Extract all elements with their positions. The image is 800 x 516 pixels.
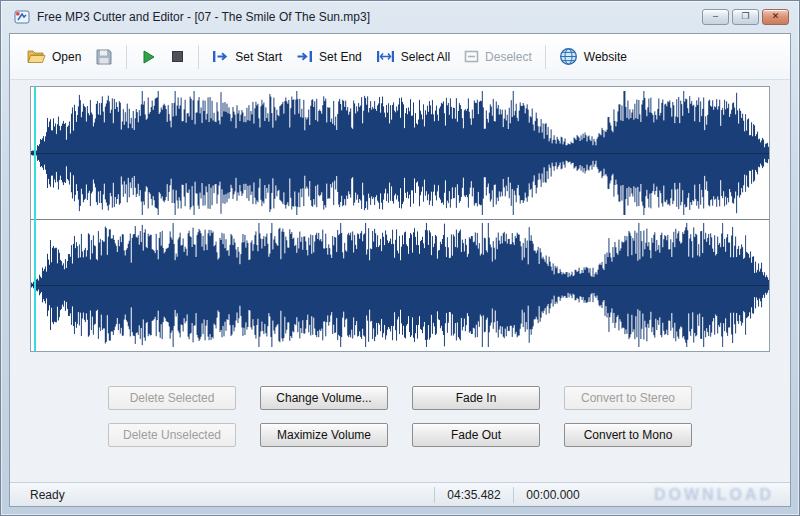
delete-unselected-button: Delete Unselected <box>108 423 236 447</box>
open-folder-icon <box>27 49 46 64</box>
set-end-label: Set End <box>319 50 362 64</box>
status-text: Ready <box>10 488 434 502</box>
select-all-icon <box>376 50 395 63</box>
set-end-button[interactable]: Set End <box>289 45 369 69</box>
change-volume-button[interactable]: Change Volume... <box>260 386 388 410</box>
watermark: DOWNLOAD <box>592 486 790 504</box>
set-start-label: Set Start <box>235 50 282 64</box>
close-button[interactable]: ✕ <box>762 9 789 25</box>
status-bar: Ready 04:35.482 00:00.000 DOWNLOAD <box>10 482 790 506</box>
select-all-label: Select All <box>401 50 450 64</box>
toolbar-separator <box>126 45 127 69</box>
website-button[interactable]: Website <box>552 42 634 71</box>
total-time: 04:35.482 <box>435 488 513 502</box>
convert-to-stereo-button: Convert to Stereo <box>564 386 692 410</box>
toolbar-separator <box>198 45 199 69</box>
open-button[interactable]: Open <box>20 44 88 69</box>
toolbar: Open <box>10 34 790 80</box>
app-window: Free MP3 Cutter and Editor - [07 - The S… <box>0 0 800 516</box>
maximize-button[interactable]: ❐ <box>732 9 759 25</box>
convert-to-mono-button[interactable]: Convert to Mono <box>564 423 692 447</box>
minimize-button[interactable]: – <box>702 9 729 25</box>
stop-button[interactable] <box>163 45 192 68</box>
waveform-canvas[interactable] <box>31 87 769 351</box>
save-icon <box>96 49 112 65</box>
globe-icon <box>559 47 578 66</box>
fade-in-button[interactable]: Fade In <box>412 386 540 410</box>
open-label: Open <box>52 50 81 64</box>
stop-icon <box>171 50 184 63</box>
delete-selected-button: Delete Selected <box>108 386 236 410</box>
edit-actions: Delete Selected Change Volume... Fade In… <box>10 386 790 447</box>
titlebar[interactable]: Free MP3 Cutter and Editor - [07 - The S… <box>1 1 799 33</box>
set-end-icon <box>296 50 313 63</box>
save-button <box>88 44 120 70</box>
fade-out-button[interactable]: Fade Out <box>412 423 540 447</box>
deselect-label: Deselect <box>485 50 532 64</box>
set-start-icon <box>212 50 229 63</box>
website-label: Website <box>584 50 627 64</box>
client-area: Open <box>9 33 791 507</box>
position-time: 00:00.000 <box>514 488 592 502</box>
app-icon <box>14 9 30 25</box>
deselect-button: Deselect <box>457 45 539 69</box>
toolbar-separator <box>545 45 546 69</box>
deselect-icon <box>464 50 479 63</box>
select-all-button[interactable]: Select All <box>369 45 457 69</box>
play-button[interactable] <box>133 45 163 69</box>
set-start-button[interactable]: Set Start <box>205 45 289 69</box>
waveform-panel <box>30 86 770 352</box>
maximize-volume-button[interactable]: Maximize Volume <box>260 423 388 447</box>
window-title: Free MP3 Cutter and Editor - [07 - The S… <box>37 10 370 24</box>
play-icon <box>141 50 155 64</box>
